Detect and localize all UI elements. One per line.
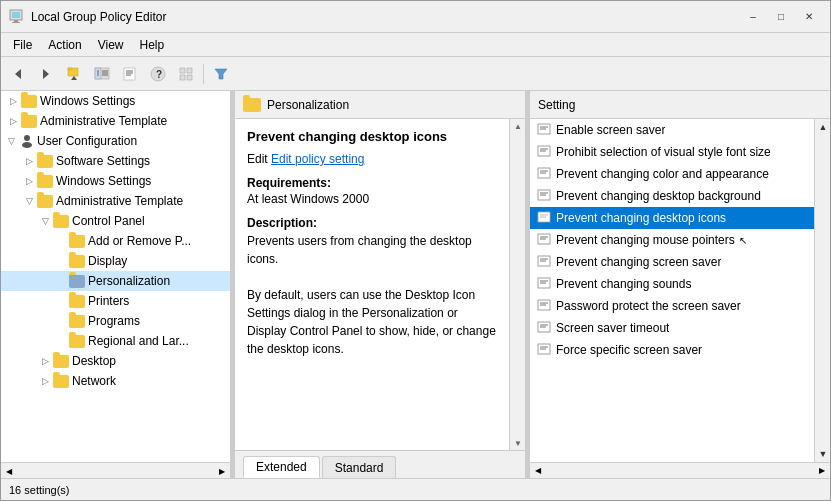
close-button[interactable]: ✕	[796, 6, 822, 28]
requirements-label: Requirements:	[247, 176, 497, 190]
tree-toggle[interactable]: ▷	[21, 173, 37, 189]
right-hscroll-right[interactable]: ▶	[814, 463, 830, 479]
title-bar: Local Group Policy Editor – □ ✕	[1, 1, 830, 33]
svg-point-29	[22, 142, 32, 148]
list-item-prevent-desktop-icons[interactable]: Prevent changing desktop icons	[530, 207, 814, 229]
tab-extended-label: Extended	[256, 460, 307, 474]
view-button[interactable]	[173, 61, 199, 87]
list-item-label: Prevent changing desktop icons	[556, 211, 726, 225]
description-text: Prevents users from changing the desktop…	[247, 232, 497, 358]
tree-item-programs[interactable]: ▷ Programs	[1, 311, 230, 331]
right-hscroll-left[interactable]: ◀	[530, 463, 546, 479]
svg-marker-4	[15, 69, 21, 79]
svg-marker-27	[215, 69, 227, 79]
forward-button[interactable]	[33, 61, 59, 87]
title-bar-left: Local Group Policy Editor	[9, 9, 166, 25]
right-header: Setting	[530, 91, 830, 119]
right-panel: Setting Enable screen saver Prohibit sel…	[530, 91, 830, 478]
tree-item-user-config[interactable]: ▽ User Configuration	[1, 131, 230, 151]
tree-toggle[interactable]: ▷	[21, 153, 37, 169]
tree-item-admin-template-2[interactable]: ▽ Administrative Template	[1, 191, 230, 211]
tree-item-software-settings[interactable]: ▷ Software Settings	[1, 151, 230, 171]
tree-toggle[interactable]: ▷	[37, 353, 53, 369]
tree-item-control-panel[interactable]: ▽ Control Panel	[1, 211, 230, 231]
tree-label: User Configuration	[37, 134, 137, 148]
tree-item-printers[interactable]: ▷ Printers	[1, 291, 230, 311]
filter-button[interactable]	[208, 61, 234, 87]
tree-label: Administrative Template	[40, 114, 167, 128]
list-item-label: Prohibit selection of visual style font …	[556, 145, 771, 159]
list-item-enable-screen-saver[interactable]: Enable screen saver	[530, 119, 814, 141]
scroll-track	[17, 463, 214, 478]
list-item-password-protect[interactable]: Password protect the screen saver	[530, 295, 814, 317]
tree-label: Programs	[88, 314, 140, 328]
list-item-screen-saver-timeout[interactable]: Screen saver timeout	[530, 317, 814, 339]
main-content: ▷ Windows Settings ▷ Administrative Temp…	[1, 91, 830, 478]
center-header-title: Personalization	[267, 98, 349, 112]
right-scroll-down[interactable]: ▼	[815, 446, 830, 462]
list-item-label: Prevent changing desktop background	[556, 189, 761, 203]
tree-toggle[interactable]: ▽	[37, 213, 53, 229]
tab-standard[interactable]: Standard	[322, 456, 397, 478]
list-item-prevent-background[interactable]: Prevent changing desktop background	[530, 185, 814, 207]
folder-icon	[69, 235, 85, 248]
requirements-value: At least Windows 2000	[247, 192, 497, 206]
list-item-icon	[536, 210, 552, 226]
right-list: Enable screen saver Prohibit selection o…	[530, 119, 814, 462]
menu-help[interactable]: Help	[132, 36, 173, 54]
tree-item-network[interactable]: ▷ Network	[1, 371, 230, 391]
list-item-prevent-sounds[interactable]: Prevent changing sounds	[530, 273, 814, 295]
policy-setting-link[interactable]: Edit policy setting	[271, 152, 364, 166]
menu-file[interactable]: File	[5, 36, 40, 54]
tree-toggle[interactable]: ▽	[21, 193, 37, 209]
list-item-icon	[536, 254, 552, 270]
list-item-label: Enable screen saver	[556, 123, 665, 137]
properties-button[interactable]	[117, 61, 143, 87]
tree-toggle[interactable]: ▷	[5, 113, 21, 129]
center-scroll-down[interactable]: ▼	[510, 436, 525, 450]
tree-item-admin-template-1[interactable]: ▷ Administrative Template	[1, 111, 230, 131]
tree-toggle[interactable]: ▷	[5, 93, 21, 109]
tree-label: Network	[72, 374, 116, 388]
tree-item-regional[interactable]: ▷ Regional and Lar...	[1, 331, 230, 351]
center-panel: Personalization Prevent changing desktop…	[235, 91, 526, 478]
list-item-prevent-screen-saver[interactable]: Prevent changing screen saver	[530, 251, 814, 273]
description-label: Description:	[247, 216, 497, 230]
toolbar-separator	[203, 64, 204, 84]
maximize-button[interactable]: □	[768, 6, 794, 28]
menu-action[interactable]: Action	[40, 36, 89, 54]
tree-item-desktop[interactable]: ▷ Desktop	[1, 351, 230, 371]
help-button[interactable]: ?	[145, 61, 171, 87]
tree-item-personalization[interactable]: ▷ Personalization	[1, 271, 230, 291]
tree-item-windows-settings-2[interactable]: ▷ Windows Settings	[1, 171, 230, 191]
list-item-icon	[536, 276, 552, 292]
center-folder-icon	[243, 98, 261, 112]
list-item-prohibit-selection[interactable]: Prohibit selection of visual style font …	[530, 141, 814, 163]
tree-toggle[interactable]: ▷	[37, 373, 53, 389]
menu-view[interactable]: View	[90, 36, 132, 54]
tab-extended[interactable]: Extended	[243, 456, 320, 478]
list-item-icon	[536, 298, 552, 314]
list-item-prevent-color[interactable]: Prevent changing color and appearance	[530, 163, 814, 185]
up-button[interactable]	[61, 61, 87, 87]
svg-text:?: ?	[156, 69, 162, 80]
center-scroll-up[interactable]: ▲	[510, 119, 525, 133]
svg-rect-26	[187, 75, 192, 80]
folder-icon	[37, 155, 53, 168]
back-button[interactable]	[5, 61, 31, 87]
scroll-left-btn[interactable]: ◀	[1, 463, 17, 478]
scroll-right-btn[interactable]: ▶	[214, 463, 230, 478]
policy-title: Prevent changing desktop icons	[247, 129, 497, 144]
tree-item-display[interactable]: ▷ Display	[1, 251, 230, 271]
cursor-indicator: ↖	[739, 235, 747, 246]
minimize-button[interactable]: –	[740, 6, 766, 28]
tree-item-add-or-remove[interactable]: ▷ Add or Remove P...	[1, 231, 230, 251]
center-body[interactable]: Prevent changing desktop icons Edit Edit…	[235, 119, 509, 450]
tree-item-windows-settings-1[interactable]: ▷ Windows Settings	[1, 91, 230, 111]
list-item-prevent-mouse-pointers[interactable]: Prevent changing mouse pointers ↖	[530, 229, 814, 251]
list-item-force-screen-saver[interactable]: Force specific screen saver	[530, 339, 814, 361]
right-scroll-up[interactable]: ▲	[815, 119, 830, 135]
tree-toggle[interactable]: ▽	[3, 133, 19, 149]
show-hide-button[interactable]	[89, 61, 115, 87]
list-item-label: Prevent changing screen saver	[556, 255, 721, 269]
